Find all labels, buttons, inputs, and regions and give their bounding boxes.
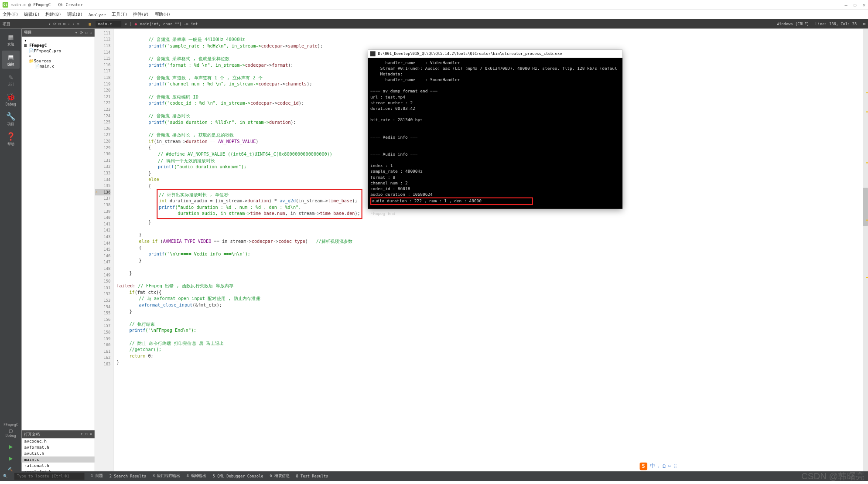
od-item: avutil.h: [22, 450, 95, 457]
menu-bar[interactable]: 文件(F) 编辑(E) 构建(B) 调试(D) Analyze 工具(T) 控件…: [0, 10, 868, 19]
title-bar: Qt main.c @ FFmpegC - Qt Creator —▢✕: [0, 0, 868, 10]
locator-icon[interactable]: 🔍: [3, 474, 8, 478]
menu-debug[interactable]: 调试(D): [67, 11, 83, 17]
func-crumb[interactable]: main(int, char **) -> int: [140, 22, 198, 26]
encoding-label[interactable]: Windows (CRLF): [777, 22, 809, 26]
file-crumb[interactable]: main.c: [96, 21, 121, 27]
editor-scrollbar[interactable]: [863, 29, 868, 474]
menu-analyze[interactable]: Analyze: [89, 12, 106, 17]
od-item: avcodec.h: [22, 438, 95, 444]
editor-toolbar: 项目 ▾ ⟳ ⊟ ⊞ ‹ › ⊡ ▦ main.c ✕ | ● main(int…: [0, 19, 868, 29]
window-title: main.c @ FFmpegC - Qt Creator: [11, 2, 83, 7]
status-bar[interactable]: 🔍 1 问题 2 Search Results 3 应用程序输出 4 编译输出 …: [0, 471, 868, 481]
highlight-box-code: // 计算出实际播放时长 , 单位秒 int duration_audio = …: [157, 189, 362, 219]
debug-button[interactable]: ▶: [2, 453, 20, 463]
status-issues[interactable]: 1 问题: [91, 474, 103, 479]
line-gutter: 1111121131141151161171181191201211221231…: [95, 29, 114, 474]
watermark: CSDN @韩曙亮: [801, 470, 865, 482]
exe-icon: [370, 51, 376, 57]
mode-projects[interactable]: 🔧项目: [2, 110, 20, 129]
console-titlebar[interactable]: D:\001_Develop\018_Qt\Qt\Qt5.14.2\Tools\…: [368, 50, 622, 58]
od-item-selected: main.c: [22, 456, 95, 462]
mode-help[interactable]: ❓帮助: [2, 130, 20, 149]
qt-icon: Qt: [3, 2, 8, 7]
console-title: D:\001_Develop\018_Qt\Qt\Qt5.14.2\Tools\…: [378, 51, 562, 57]
tree-pro: 📄FFmpegC.pro: [23, 48, 93, 53]
status-app-out[interactable]: 3 应用程序输出: [153, 474, 180, 479]
status-general[interactable]: 6 概要信息: [270, 474, 290, 479]
mode-welcome[interactable]: ▦欢迎: [2, 31, 20, 49]
status-compile-out[interactable]: 4 编译输出: [186, 474, 206, 479]
split-icon[interactable]: ⊞: [863, 22, 865, 26]
ime-logo-icon: S: [639, 462, 647, 470]
console-body: handler_name : VideoHandler Stream #0:1(…: [368, 58, 622, 218]
ime-toolbar[interactable]: S 中⸴Ω✂⁝⁝: [639, 462, 677, 470]
run-button[interactable]: ▶: [2, 441, 20, 451]
func-icon: ●: [135, 22, 137, 26]
menu-widgets[interactable]: 控件(W): [133, 11, 149, 17]
target-selector[interactable]: FFmpegC▢Debug: [2, 422, 20, 439]
mode-sidebar[interactable]: ▦欢迎 ▤编辑 ✎设计 🐞Debug 🔧项目 ❓帮助 FFmpegC▢Debug…: [0, 29, 22, 474]
status-tests[interactable]: 8 Test Results: [296, 474, 328, 478]
mode-edit[interactable]: ▤编辑: [2, 51, 20, 69]
mode-design[interactable]: ✎设计: [2, 71, 20, 89]
menu-edit[interactable]: 编辑(E): [24, 11, 40, 17]
tree-root: ▾ ▦FFmpegC: [23, 38, 93, 48]
project-tree[interactable]: ▾ ▦FFmpegC 📄FFmpegC.pro ▾ 📁Sources 📄main…: [22, 37, 95, 70]
project-header[interactable]: 项目▾ ⟳ ⊟ ⊞: [22, 29, 95, 37]
od-item: avformat.h: [22, 444, 95, 450]
locator-input[interactable]: [14, 473, 85, 480]
file-icon: ▦: [89, 22, 91, 26]
project-crumb-label: 项目: [3, 21, 10, 27]
project-panel: 项目▾ ⟳ ⊟ ⊞ ▾ ▦FFmpegC 📄FFmpegC.pro ▾ 📁Sou…: [22, 29, 95, 474]
tree-sources: ▾ 📁Sources: [23, 54, 93, 64]
toolbar-icons[interactable]: ▾ ⟳ ⊟ ⊞ ‹ › ⊡: [48, 22, 79, 26]
menu-build[interactable]: 构建(B): [45, 11, 61, 17]
open-docs-list[interactable]: avcodec.h avformat.h avutil.h main.c rat…: [22, 438, 95, 474]
cursor-pos: Line: 136, Col: 35: [815, 22, 857, 26]
status-qml[interactable]: 5 QML Debugger Console: [213, 474, 263, 478]
od-item: rational.h: [22, 462, 95, 468]
tree-main: 📄main.c: [23, 64, 93, 69]
console-window[interactable]: D:\001_Develop\018_Qt\Qt\Qt5.14.2\Tools\…: [368, 50, 622, 209]
window-controls[interactable]: —▢✕: [844, 2, 865, 7]
menu-file[interactable]: 文件(F): [3, 11, 18, 17]
mode-debug[interactable]: 🐞Debug: [2, 91, 20, 108]
menu-tools[interactable]: 工具(T): [112, 11, 127, 17]
menu-help[interactable]: 帮助(H): [155, 11, 171, 17]
status-search[interactable]: 2 Search Results: [109, 474, 146, 478]
open-docs-header[interactable]: 打开文档▾ ⊟ ✕: [22, 430, 95, 438]
